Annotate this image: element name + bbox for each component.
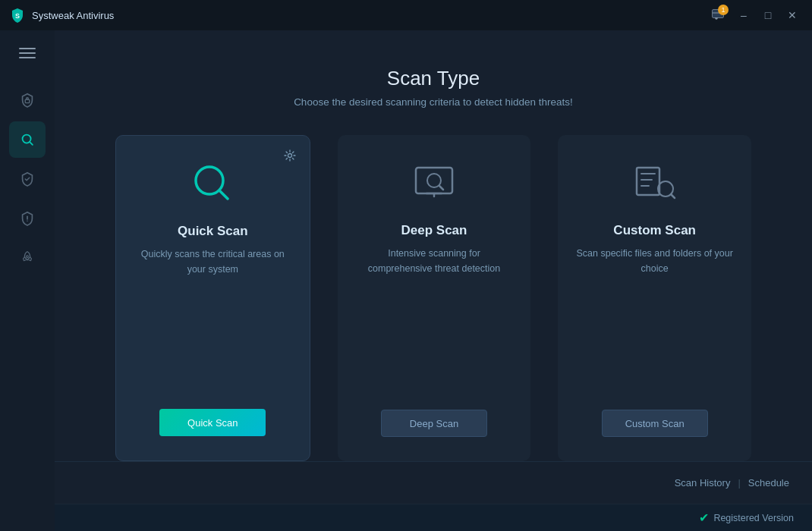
- sidebar-item-boost[interactable]: [9, 240, 46, 276]
- footer-right: Scan History | Schedule: [675, 477, 789, 489]
- page-header: Scan Type Choose the desired scanning cr…: [55, 30, 812, 135]
- hamburger-line-2: [19, 52, 36, 54]
- app-logo-icon: S: [9, 7, 26, 24]
- rocket-icon: [19, 250, 36, 266]
- shield-lock-icon: [19, 92, 36, 108]
- custom-scan-description: Scan specific files and folders of your …: [576, 246, 733, 391]
- deep-scan-card: Deep Scan Intensive scanning for compreh…: [338, 135, 531, 461]
- shield-check-icon: [19, 171, 36, 187]
- quick-scan-card: Quick Scan Quickly scans the critical ar…: [115, 135, 310, 461]
- quick-scan-icon: [186, 157, 239, 210]
- svg-point-5: [23, 135, 31, 143]
- hamburger-menu-button[interactable]: [11, 39, 44, 67]
- quick-scan-title: Quick Scan: [178, 224, 248, 239]
- registered-label: Registered Version: [713, 513, 794, 523]
- sidebar-item-safe[interactable]: [9, 161, 46, 197]
- notification-button[interactable]: 1: [706, 3, 730, 27]
- svg-point-4: [27, 98, 29, 100]
- close-button[interactable]: ✕: [782, 6, 803, 24]
- maximize-button[interactable]: □: [757, 6, 779, 24]
- deep-scan-title: Deep Scan: [401, 223, 467, 238]
- hamburger-line-1: [19, 48, 36, 49]
- main-layout: Scan Type Choose the desired scanning cr…: [0, 30, 812, 531]
- sidebar-item-security[interactable]: [9, 200, 46, 237]
- custom-scan-button[interactable]: Custom Scan: [602, 410, 708, 437]
- svg-point-6: [27, 220, 27, 221]
- sidebar-item-scan[interactable]: [9, 121, 46, 158]
- title-bar-left: S Systweak Antivirus: [9, 7, 114, 24]
- registered-check-icon: ✔: [699, 511, 709, 525]
- svg-point-7: [27, 256, 29, 258]
- notification-badge: 1: [718, 5, 729, 15]
- sidebar: [0, 30, 55, 531]
- svg-rect-12: [637, 168, 659, 195]
- custom-scan-icon: [628, 156, 681, 209]
- app-title: Systweak Antivirus: [32, 10, 114, 21]
- scan-cards-container: Quick Scan Quickly scans the critical ar…: [55, 135, 812, 461]
- gear-icon: [284, 149, 296, 162]
- title-bar-controls: 1 – □ ✕: [706, 3, 803, 27]
- sidebar-item-protection[interactable]: [9, 82, 46, 118]
- hamburger-line-3: [19, 57, 36, 58]
- content-footer: Scan History | Schedule: [55, 461, 812, 504]
- page-subtitle: Choose the desired scanning criteria to …: [55, 96, 812, 108]
- quick-scan-description: Quickly scans the critical areas on your…: [134, 247, 291, 391]
- registered-area: ✔ Registered Version: [699, 511, 794, 525]
- custom-scan-card: Custom Scan Scan specific files and fold…: [558, 135, 751, 461]
- deep-scan-icon: [408, 156, 461, 209]
- page-title: Scan Type: [55, 67, 812, 90]
- svg-text:S: S: [15, 12, 20, 20]
- svg-rect-10: [416, 168, 452, 193]
- content-area: Scan Type Choose the desired scanning cr…: [55, 30, 812, 531]
- footer-divider: |: [738, 477, 740, 489]
- schedule-link[interactable]: Schedule: [748, 477, 789, 489]
- search-icon: [19, 131, 36, 148]
- svg-point-9: [196, 167, 223, 194]
- registered-bar: ✔ Registered Version: [55, 504, 812, 531]
- shield-warning-icon: [19, 210, 36, 227]
- quick-scan-settings-button[interactable]: [279, 145, 301, 166]
- svg-point-8: [288, 154, 291, 158]
- deep-scan-description: Intensive scanning for comprehensive thr…: [356, 246, 513, 391]
- deep-scan-button[interactable]: Deep Scan: [381, 410, 487, 437]
- custom-scan-title: Custom Scan: [613, 223, 696, 238]
- minimize-button[interactable]: –: [733, 6, 754, 24]
- title-bar: S Systweak Antivirus 1 – □ ✕: [0, 0, 812, 30]
- quick-scan-button[interactable]: Quick Scan: [159, 409, 266, 436]
- scan-history-link[interactable]: Scan History: [675, 477, 731, 489]
